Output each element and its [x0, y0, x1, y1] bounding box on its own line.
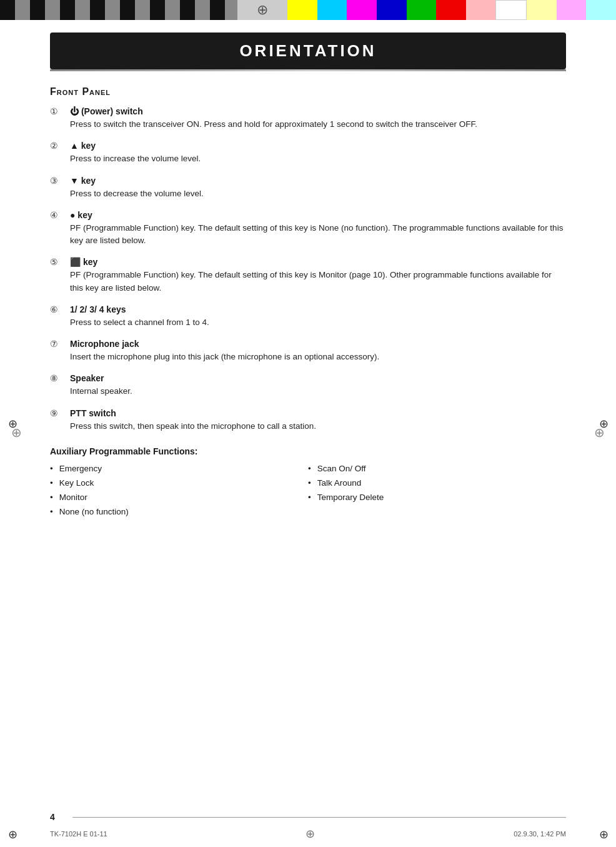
aux-item-monitor: • Monitor — [50, 493, 308, 502]
bullet-6: • — [308, 478, 311, 488]
item-4-content: ● key PF (Programmable Function) key. Th… — [70, 210, 566, 248]
bullet-4: • — [50, 507, 53, 516]
item-6-content: 1/ 2/ 3/ 4 keys Press to select a channe… — [70, 304, 566, 329]
aux-item-key-lock: • Key Lock — [50, 478, 308, 488]
item-3-number: ③ — [50, 176, 70, 186]
aux-list-right: • Scan On/ Off • Talk Around • Temporary… — [308, 464, 566, 521]
item-8: ⑧ Speaker Internal speaker. — [50, 373, 566, 398]
item-6: ⑥ 1/ 2/ 3/ 4 keys Press to select a chan… — [50, 304, 566, 329]
bottom-meta: TK-7102H E 01-11 ⊕ 02.9.30, 1:42 PM — [50, 827, 566, 841]
front-panel-label: Front Panel — [50, 86, 111, 97]
bullet-3: • — [50, 493, 53, 502]
crosshair-bottom: ⊕ — [306, 827, 315, 841]
item-5: ⑤ ⬛ key PF (Programmable Function) key. … — [50, 257, 566, 294]
aux-item-scan: • Scan On/ Off — [308, 464, 566, 473]
color-light-yellow — [527, 0, 557, 20]
item-9-content: PTT switch Press this switch, then speak… — [70, 408, 566, 433]
footer-right-text: 02.9.30, 1:42 PM — [514, 830, 566, 838]
item-3-content: ▼ key Press to decrease the volume level… — [70, 176, 566, 200]
item-2: ② ▲ key Press to increase the volume lev… — [50, 141, 566, 165]
item-1: ① ⏻ (Power) switch Press to switch the t… — [50, 106, 566, 131]
color-light-magenta — [557, 0, 587, 20]
item-3: ③ ▼ key Press to decrease the volume lev… — [50, 176, 566, 200]
item-6-desc: Press to select a channel from 1 to 4. — [70, 316, 566, 329]
color-yellow — [287, 0, 317, 20]
title-box: ORIENTATION — [50, 33, 566, 69]
item-2-number: ② — [50, 141, 70, 151]
main-content: ORIENTATION Front Panel ① ⏻ (Power) swit… — [50, 20, 566, 521]
footer-line — [72, 817, 566, 818]
item-8-desc: Internal speaker. — [70, 385, 566, 398]
item-9: ⑨ PTT switch Press this switch, then spe… — [50, 408, 566, 433]
color-red — [436, 0, 466, 20]
item-4-number: ④ — [50, 210, 70, 220]
aux-item-none: • None (no function) — [50, 507, 308, 516]
item-2-content: ▲ key Press to increase the volume level… — [70, 141, 566, 165]
color-green — [407, 0, 437, 20]
color-light-cyan — [586, 0, 616, 20]
aux-list-left: • Emergency • Key Lock • Monitor • None … — [50, 464, 308, 521]
aux-lists: • Emergency • Key Lock • Monitor • None … — [50, 464, 566, 521]
top-bar-checkerboard — [0, 0, 237, 20]
item-1-desc: Press to switch the transceiver ON. Pres… — [70, 118, 566, 131]
section-front-panel-header: Front Panel — [50, 86, 566, 98]
item-4: ④ ● key PF (Programmable Function) key. … — [50, 210, 566, 248]
title-underline — [50, 69, 566, 71]
item-3-title: ▼ key — [70, 176, 566, 186]
color-magenta — [347, 0, 377, 20]
item-9-desc: Press this switch, then speak into the m… — [70, 420, 566, 433]
color-pink — [466, 0, 496, 20]
page-footer: 4 — [50, 812, 566, 822]
item-7-title: Microphone jack — [70, 339, 566, 349]
aux-item-temp-delete: • Temporary Delete — [308, 493, 566, 502]
crosshair-top-center: ⊕ — [257, 2, 268, 18]
top-bar-colors — [287, 0, 616, 20]
item-6-title: 1/ 2/ 3/ 4 keys — [70, 304, 566, 314]
top-bar-crosshair-area: ⊕ — [237, 0, 287, 20]
item-5-desc: PF (Programmable Function) key. The defa… — [70, 269, 566, 294]
reg-mark-bl: ⊕ — [5, 827, 20, 842]
bullet-5: • — [308, 464, 311, 473]
item-4-desc: PF (Programmable Function) key. The defa… — [70, 222, 566, 248]
top-color-bar: ⊕ — [0, 0, 616, 20]
footer-left-text: TK-7102H E 01-11 — [50, 830, 107, 838]
item-7-content: Microphone jack Insert the microphone pl… — [70, 339, 566, 363]
item-5-content: ⬛ key PF (Programmable Function) key. Th… — [70, 257, 566, 294]
item-7-desc: Insert the microphone plug into this jac… — [70, 351, 566, 363]
item-8-number: ⑧ — [50, 373, 70, 383]
crosshair-left: ⊕ — [11, 425, 22, 440]
item-6-number: ⑥ — [50, 304, 70, 314]
page-title: ORIENTATION — [62, 41, 554, 61]
item-2-title: ▲ key — [70, 141, 566, 151]
item-5-title: ⬛ key — [70, 257, 566, 267]
item-1-title: ⏻ (Power) switch — [70, 106, 566, 116]
bullet-1: • — [50, 464, 53, 473]
item-1-number: ① — [50, 106, 70, 116]
item-8-content: Speaker Internal speaker. — [70, 373, 566, 398]
color-cyan — [317, 0, 347, 20]
crosshair-right: ⊕ — [594, 425, 605, 440]
item-8-title: Speaker — [70, 373, 566, 383]
item-7-number: ⑦ — [50, 339, 70, 349]
aux-item-emergency: • Emergency — [50, 464, 308, 473]
aux-header: Auxiliary Programmable Functions: — [50, 446, 566, 456]
item-5-number: ⑤ — [50, 257, 70, 267]
item-1-content: ⏻ (Power) switch Press to switch the tra… — [70, 106, 566, 131]
page-number: 4 — [50, 812, 62, 822]
color-blue — [377, 0, 407, 20]
item-9-title: PTT switch — [70, 408, 566, 418]
bullet-2: • — [50, 478, 53, 488]
item-7: ⑦ Microphone jack Insert the microphone … — [50, 339, 566, 363]
color-white — [495, 0, 527, 20]
item-2-desc: Press to increase the volume level. — [70, 153, 566, 165]
reg-mark-br: ⊕ — [596, 827, 611, 842]
item-4-title: ● key — [70, 210, 566, 220]
bullet-7: • — [308, 493, 311, 502]
item-3-desc: Press to decrease the volume level. — [70, 188, 566, 200]
item-9-number: ⑨ — [50, 408, 70, 418]
aux-item-talk-around: • Talk Around — [308, 478, 566, 488]
